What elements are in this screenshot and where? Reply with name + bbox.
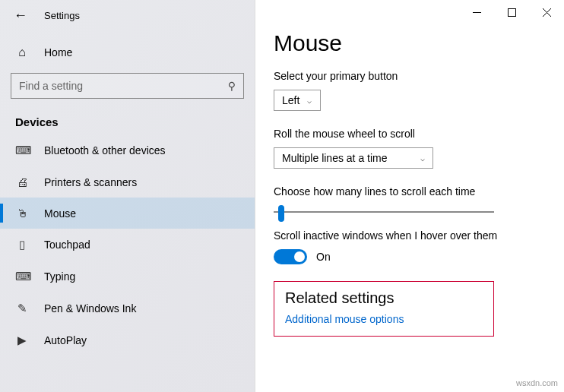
related-settings-box: Related settings Additional mouse option… — [274, 281, 494, 337]
lines-per-scroll-label: Choose how many lines to scroll each tim… — [274, 185, 546, 198]
sidebar-item-pen[interactable]: ✎ Pen & Windows Ink — [0, 292, 255, 324]
touchpad-icon: ▯ — [15, 238, 29, 251]
lines-slider[interactable] — [274, 211, 494, 213]
wheel-scroll-value: Multiple lines at a time — [282, 152, 388, 164]
sidebar-item-autoplay[interactable]: ▶ AutoPlay — [0, 324, 255, 356]
nav-home[interactable]: ⌂ Home — [0, 38, 255, 67]
search-input[interactable] — [19, 80, 228, 92]
search-input-wrapper[interactable]: ⚲ — [11, 73, 244, 99]
chevron-down-icon: ⌵ — [307, 96, 312, 105]
primary-button-dropdown[interactable]: Left ⌵ — [274, 90, 321, 111]
primary-button-label: Select your primary button — [274, 70, 546, 82]
wheel-scroll-dropdown[interactable]: Multiple lines at a time ⌵ — [274, 147, 433, 169]
hover-scroll-toggle[interactable] — [274, 249, 307, 264]
window-controls — [255, 0, 564, 30]
close-button[interactable] — [529, 0, 564, 24]
mouse-icon: 🖱 — [15, 207, 29, 220]
sidebar-item-touchpad[interactable]: ▯ Touchpad — [0, 229, 255, 261]
primary-button-value: Left — [282, 94, 299, 106]
pen-icon: ✎ — [15, 302, 29, 315]
autoplay-icon: ▶ — [15, 334, 29, 347]
sidebar-item-printers[interactable]: 🖨 Printers & scanners — [0, 166, 255, 198]
slider-thumb[interactable] — [278, 205, 284, 222]
titlebar-left: ← Settings — [0, 0, 255, 30]
printer-icon: 🖨 — [15, 175, 29, 188]
maximize-button[interactable] — [494, 0, 529, 24]
minimize-button[interactable] — [459, 0, 494, 24]
app-title: Settings — [44, 10, 80, 21]
search-icon: ⚲ — [228, 80, 236, 92]
sidebar-item-mouse[interactable]: 🖱 Mouse — [0, 198, 255, 229]
keyboard-icon: ⌨ — [15, 270, 29, 283]
sidebar-item-bluetooth[interactable]: ⌨ Bluetooth & other devices — [0, 134, 255, 166]
bluetooth-icon: ⌨ — [15, 144, 29, 157]
wheel-scroll-label: Roll the mouse wheel to scroll — [274, 128, 546, 140]
sidebar: ← Settings ⌂ Home ⚲ Devices ⌨ Bluetooth … — [0, 0, 255, 392]
nav-group-header: Devices — [0, 99, 255, 134]
watermark: wsxdn.com — [516, 378, 558, 387]
hover-scroll-label: Scroll inactive windows when I hover ove… — [274, 229, 546, 242]
content-pane: Mouse Select your primary button Left ⌵ … — [255, 0, 564, 392]
svg-rect-1 — [508, 8, 515, 16]
additional-mouse-options-link[interactable]: Additional mouse options — [285, 313, 483, 325]
home-icon: ⌂ — [15, 46, 29, 59]
sidebar-item-typing[interactable]: ⌨ Typing — [0, 261, 255, 292]
nav-home-label: Home — [44, 46, 72, 58]
back-button[interactable]: ← — [14, 8, 27, 24]
page-title: Mouse — [274, 30, 546, 56]
hover-scroll-state: On — [316, 251, 331, 263]
chevron-down-icon: ⌵ — [420, 154, 425, 163]
related-settings-title: Related settings — [285, 289, 483, 307]
